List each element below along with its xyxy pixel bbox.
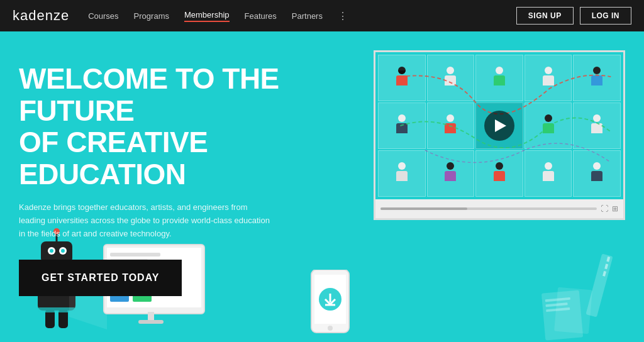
nav-partners[interactable]: Partners (292, 11, 323, 21)
hero-section: WELCOME TO THE FUTURE OF CREATIVE EDUCAT… (0, 31, 644, 342)
person-card (525, 55, 572, 101)
nav-programs[interactable]: Programs (134, 11, 169, 21)
nav-membership[interactable]: Membership (184, 10, 230, 22)
person-card (475, 55, 523, 101)
more-options-icon[interactable]: ⋮ (338, 10, 349, 22)
hero-content: WELCOME TO THE FUTURE OF CREATIVE EDUCAT… (19, 63, 371, 296)
svg-point-32 (328, 326, 333, 331)
fullscreen-icon[interactable]: ⛶ (601, 204, 608, 213)
grid-icon[interactable]: ⊞ (612, 204, 618, 213)
svg-rect-41 (554, 287, 592, 334)
person-card (427, 150, 475, 197)
person-card (525, 102, 572, 149)
hero-title: WELCOME TO THE FUTURE OF CREATIVE EDUCAT… (19, 63, 371, 190)
person-card (427, 102, 475, 149)
person-card (378, 150, 426, 197)
log-in-button[interactable]: LOG IN (580, 7, 631, 25)
decorative-elements (506, 241, 644, 342)
svg-rect-25 (148, 312, 154, 321)
person-card (525, 150, 572, 197)
progress-fill (380, 207, 467, 210)
hero-subtitle: Kadenze brings together educators, artis… (19, 201, 270, 240)
cta-button[interactable]: GET STARTED TODAY (19, 260, 182, 296)
nav-links: Courses Programs Membership Features Par… (88, 10, 516, 22)
person-card (378, 102, 426, 149)
svg-rect-26 (138, 320, 164, 324)
play-button[interactable] (484, 111, 514, 141)
video-panel: ⛶ ⊞ (374, 50, 625, 220)
person-card (573, 150, 621, 197)
nav-actions: SIGN UP LOG IN (516, 7, 631, 25)
person-card (475, 150, 523, 197)
person-card (378, 55, 426, 101)
sign-up-button[interactable]: SIGN UP (516, 7, 574, 25)
person-card (573, 55, 621, 101)
video-content (375, 52, 623, 199)
video-controls: ⛶ ⊞ (375, 199, 623, 218)
logo: kadenze (13, 8, 69, 24)
person-card (427, 55, 475, 101)
navbar: kadenze Courses Programs Membership Feat… (0, 0, 644, 31)
person-card (573, 102, 621, 149)
nav-features[interactable]: Features (245, 11, 277, 21)
progress-bar[interactable] (380, 207, 597, 210)
play-icon (495, 119, 506, 132)
nav-courses[interactable]: Courses (88, 11, 118, 21)
